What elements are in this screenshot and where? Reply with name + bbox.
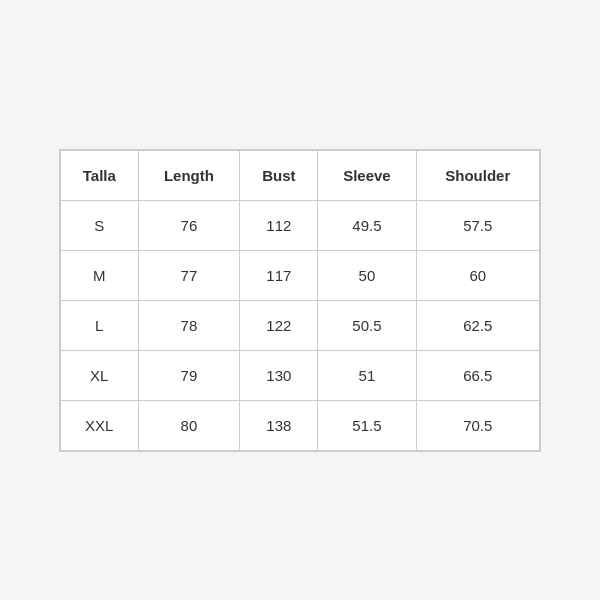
cell-r2-c3: 50.5 [318,300,416,350]
cell-r1-c2: 117 [240,250,318,300]
col-header-sleeve: Sleeve [318,150,416,200]
cell-r3-c2: 130 [240,350,318,400]
cell-r2-c4: 62.5 [416,300,539,350]
cell-r0-c0: S [61,200,139,250]
table-row: M771175060 [61,250,540,300]
cell-r4-c3: 51.5 [318,400,416,450]
cell-r1-c1: 77 [138,250,240,300]
cell-r0-c2: 112 [240,200,318,250]
cell-r3-c1: 79 [138,350,240,400]
col-header-bust: Bust [240,150,318,200]
cell-r4-c1: 80 [138,400,240,450]
col-header-talla: Talla [61,150,139,200]
cell-r0-c3: 49.5 [318,200,416,250]
size-chart-table: TallaLengthBustSleeveShoulder S7611249.5… [60,150,540,451]
col-header-shoulder: Shoulder [416,150,539,200]
cell-r0-c1: 76 [138,200,240,250]
cell-r1-c0: M [61,250,139,300]
cell-r1-c3: 50 [318,250,416,300]
cell-r3-c3: 51 [318,350,416,400]
table-row: XXL8013851.570.5 [61,400,540,450]
cell-r4-c0: XXL [61,400,139,450]
cell-r3-c4: 66.5 [416,350,539,400]
cell-r0-c4: 57.5 [416,200,539,250]
table-row: L7812250.562.5 [61,300,540,350]
col-header-length: Length [138,150,240,200]
cell-r3-c0: XL [61,350,139,400]
table-header-row: TallaLengthBustSleeveShoulder [61,150,540,200]
cell-r2-c0: L [61,300,139,350]
size-chart-container: TallaLengthBustSleeveShoulder S7611249.5… [59,149,541,452]
table-row: XL791305166.5 [61,350,540,400]
cell-r2-c2: 122 [240,300,318,350]
cell-r1-c4: 60 [416,250,539,300]
table-row: S7611249.557.5 [61,200,540,250]
cell-r4-c2: 138 [240,400,318,450]
cell-r4-c4: 70.5 [416,400,539,450]
cell-r2-c1: 78 [138,300,240,350]
